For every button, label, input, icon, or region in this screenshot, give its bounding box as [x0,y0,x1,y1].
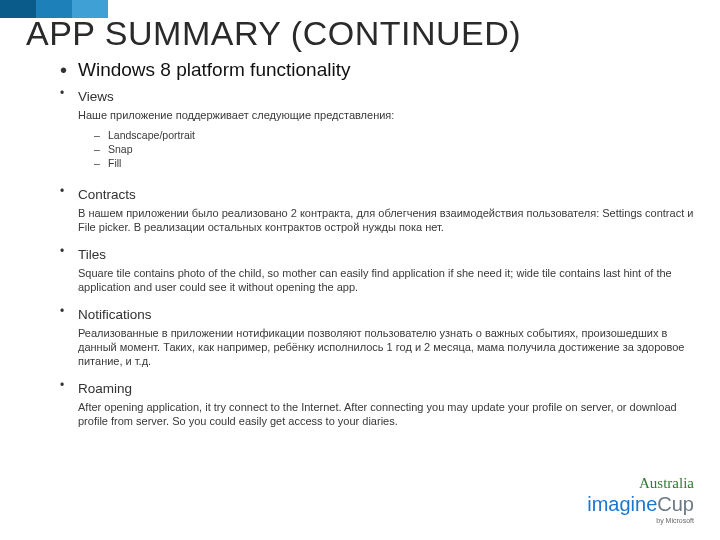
views-item-label: Fill [108,157,121,169]
bullet-icon: • [60,84,78,102]
views-item-label: Snap [108,143,133,155]
imagine-cup-logo: Australia imagineCup by Microsoft [587,472,694,524]
bullet-icon: • [60,182,78,200]
logo-imagine-text: imagine [587,493,657,515]
section-heading-row: • Roaming [60,376,698,398]
section-body-tiles: Square tile contains photo of the child,… [78,266,698,294]
bullet-icon: • [60,376,78,394]
logo-australia-text: Australia [639,475,694,491]
section-body-views: Наше приложение поддерживает следующие п… [78,108,698,122]
section-body-roaming: After opening application, it try connec… [78,400,698,428]
section-heading-tiles: Tiles [78,246,106,264]
section-heading-row: • Contracts [60,182,698,204]
content-area: • Windows 8 platform functionality • Vie… [60,58,698,434]
views-item: –Landscape/portrait [94,128,698,142]
section-body-notifications: Реализованные в приложении нотификации п… [78,326,698,368]
section-heading-roaming: Roaming [78,380,132,398]
section-heading-row: • Views [60,84,698,106]
bullet-icon: • [60,242,78,260]
section-heading-views: Views [78,88,114,106]
section-body-contracts: В нашем приложении было реализовано 2 ко… [78,206,698,234]
views-item: –Fill [94,156,698,170]
main-heading-row: • Windows 8 platform functionality [60,58,698,82]
main-heading: Windows 8 platform functionality [78,58,350,82]
logo-cup-text: Cup [657,493,694,515]
section-heading-row: • Tiles [60,242,698,264]
section-heading-row: • Notifications [60,302,698,324]
bullet-icon: • [60,302,78,320]
bullet-icon: • [60,58,78,82]
views-item: –Snap [94,142,698,156]
page-title: APP SUMMARY (CONTINUED) [26,14,521,53]
section-heading-notifications: Notifications [78,306,152,324]
views-item-label: Landscape/portrait [108,129,195,141]
logo-by-microsoft: by Microsoft [587,517,694,524]
section-heading-contracts: Contracts [78,186,136,204]
